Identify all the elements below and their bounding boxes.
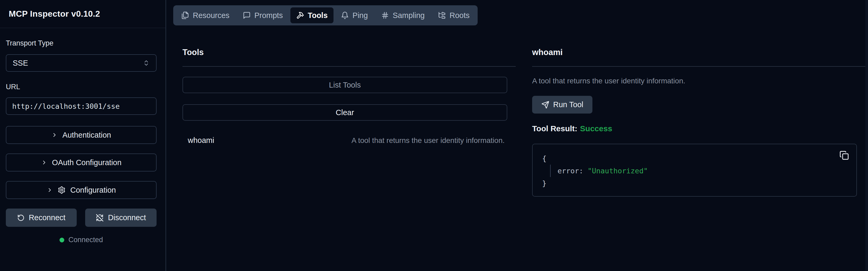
message-square-icon	[243, 11, 251, 19]
reconnect-label: Reconnect	[29, 213, 66, 222]
chevrons-up-down-icon	[143, 60, 150, 66]
tab-tools[interactable]: Tools	[290, 7, 334, 23]
status-dot-icon	[60, 238, 64, 242]
code-line: {	[542, 152, 847, 164]
send-icon	[541, 101, 549, 109]
authentication-button[interactable]: Authentication	[6, 126, 157, 144]
tab-prompts[interactable]: Prompts	[237, 7, 289, 23]
app-title: MCP Inspector v0.10.2	[9, 9, 100, 19]
authentication-label: Authentication	[62, 131, 111, 140]
transport-type-select[interactable]: SSE	[6, 54, 157, 72]
bell-icon	[341, 11, 349, 19]
oauth-configuration-button[interactable]: OAuth Configuration	[6, 153, 157, 172]
run-tool-label: Run Tool	[553, 100, 583, 109]
tool-description: A tool that returns the user identity in…	[351, 136, 505, 145]
tab-label: Roots	[450, 11, 470, 20]
hash-icon	[381, 11, 389, 19]
tab-label: Prompts	[254, 11, 283, 20]
tool-result-label: Tool Result:	[532, 124, 577, 133]
list-tools-button[interactable]: List Tools	[183, 77, 507, 93]
tab-label: Resources	[193, 11, 229, 20]
scrollbar-track[interactable]	[865, 0, 868, 271]
connection-buttons-row: Reconnect Disconnect	[6, 209, 157, 227]
tools-panel-body: List Tools Clear whoami A tool that retu…	[183, 77, 507, 145]
disconnect-label: Disconnect	[108, 213, 146, 222]
tool-detail-body: A tool that returns the user identity in…	[532, 77, 857, 197]
rotate-ccw-icon	[17, 214, 25, 221]
code-string-value: "Unauthorized"	[588, 167, 648, 175]
oauth-configuration-label: OAuth Configuration	[52, 158, 122, 167]
disconnect-button[interactable]: Disconnect	[85, 209, 157, 227]
url-label: URL	[6, 83, 157, 91]
tab-label: Tools	[308, 11, 328, 20]
run-tool-button[interactable]: Run Tool	[532, 96, 592, 114]
tab-label: Ping	[352, 11, 368, 20]
copy-button[interactable]	[839, 151, 849, 160]
status-label: Connected	[68, 236, 103, 244]
folder-tree-icon	[438, 11, 446, 19]
tool-result-line: Tool Result:Success	[532, 124, 857, 133]
url-input[interactable]	[6, 97, 157, 115]
content-area: Tools List Tools Clear whoami A tool tha…	[183, 48, 865, 197]
tab-label: Sampling	[393, 11, 425, 20]
chevron-right-icon	[51, 132, 58, 138]
tool-detail-panel: whoami A tool that returns the user iden…	[532, 48, 865, 197]
code-key: error:	[558, 167, 583, 175]
hammer-icon	[296, 11, 304, 19]
tab-bar: Resources Prompts Tools Ping	[173, 5, 478, 25]
refresh-off-icon	[96, 214, 104, 222]
tool-detail-description: A tool that returns the user identity in…	[532, 77, 857, 85]
code-line: error: "Unauthorized"	[550, 164, 847, 177]
tool-name: whoami	[188, 136, 214, 145]
copy-icon	[839, 151, 849, 160]
clear-button[interactable]: Clear	[183, 104, 507, 121]
sidebar-header: MCP Inspector v0.10.2	[0, 0, 165, 28]
tools-panel: Tools List Tools Clear whoami A tool tha…	[183, 48, 516, 197]
connection-status: Connected	[6, 236, 157, 244]
app-root: MCP Inspector v0.10.2 Transport Type SSE…	[0, 0, 868, 271]
transport-type-label: Transport Type	[6, 39, 157, 48]
configuration-label: Configuration	[70, 186, 116, 194]
files-icon	[181, 11, 189, 19]
tool-detail-title: whoami	[532, 48, 865, 67]
tab-resources[interactable]: Resources	[175, 7, 236, 23]
reconnect-button[interactable]: Reconnect	[6, 209, 77, 227]
gear-icon	[58, 186, 66, 194]
tab-roots[interactable]: Roots	[432, 7, 475, 23]
sidebar-body: Transport Type SSE URL Authentication	[0, 28, 165, 244]
sidebar: MCP Inspector v0.10.2 Transport Type SSE…	[0, 0, 166, 271]
transport-type-value: SSE	[13, 59, 28, 67]
result-code-block: { error: "Unauthorized" }	[532, 144, 857, 197]
code-line: }	[542, 177, 847, 189]
configuration-button[interactable]: Configuration	[6, 181, 157, 199]
chevron-right-icon	[46, 187, 53, 193]
tool-result-status: Success	[580, 124, 612, 133]
main-area: Resources Prompts Tools Ping	[166, 0, 868, 271]
tools-panel-title: Tools	[183, 48, 516, 67]
chevron-right-icon	[41, 159, 47, 166]
tab-ping[interactable]: Ping	[335, 7, 374, 23]
tab-sampling[interactable]: Sampling	[375, 7, 431, 23]
tool-list-item-whoami[interactable]: whoami A tool that returns the user iden…	[183, 136, 507, 145]
